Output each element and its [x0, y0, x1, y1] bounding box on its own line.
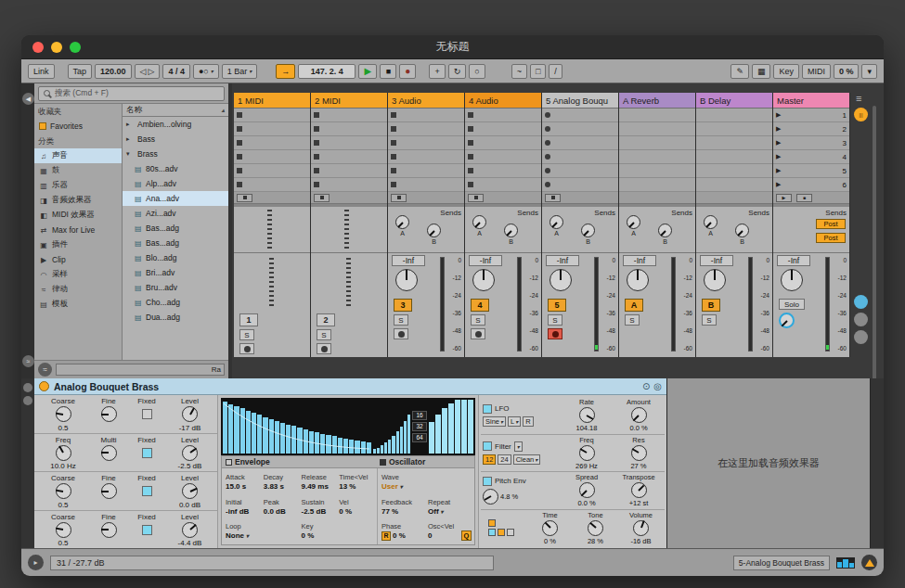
device-activator[interactable] [39, 381, 49, 391]
device-strip-icon[interactable] [23, 383, 32, 392]
io-toggle-icon[interactable] [854, 295, 868, 309]
send-a-knob[interactable] [704, 215, 718, 229]
osc-fine-knob[interactable] [101, 445, 117, 461]
track-header[interactable]: 1 MIDI [234, 93, 310, 109]
track-header[interactable]: B Delay [696, 93, 772, 109]
param-value[interactable]: -4.4 dB [178, 539, 202, 547]
quantize-button[interactable]: Q [461, 530, 472, 541]
cpu-meter[interactable]: 0 % [834, 64, 860, 79]
key-map-button[interactable]: Key [773, 64, 799, 79]
lfo-retrigger-button[interactable]: R [523, 416, 533, 427]
time-signature-display[interactable]: 4 / 4 [162, 64, 190, 79]
scene-menu-icon[interactable]: ≡ [856, 93, 861, 104]
list-item[interactable]: ▸Bass [123, 132, 228, 147]
osc-tune-knob[interactable] [56, 483, 71, 499]
attack-value[interactable]: 15.0 s [226, 482, 262, 491]
overdub-button[interactable]: + [429, 64, 445, 79]
sends-toggle-icon[interactable] [854, 313, 868, 326]
spread-value[interactable]: 0.0 % [577, 499, 595, 507]
feedback-value[interactable]: 77 % [381, 507, 426, 516]
send-b-knob[interactable] [504, 224, 518, 237]
scene-slot[interactable]: ▶4 [773, 150, 849, 164]
list-item[interactable]: ▾Brass [123, 147, 228, 161]
param-value[interactable]: -2.5 dB [178, 462, 202, 470]
list-item[interactable]: ▤80s...adv [123, 161, 228, 176]
wave-dropdown[interactable]: User▾ [381, 482, 426, 491]
clip-slot[interactable] [542, 164, 618, 178]
session-record-button[interactable]: ○ [469, 64, 485, 79]
osc-level-knob[interactable] [182, 483, 198, 499]
tone-knob[interactable] [588, 520, 603, 536]
clip-slot[interactable] [311, 150, 387, 164]
clip-slot[interactable] [465, 109, 541, 122]
oscillator-section-header[interactable]: Oscillator [376, 457, 425, 467]
folder-toggle-icon[interactable]: ▸ [126, 121, 135, 128]
name-column-header[interactable]: 名称 ▴ [123, 104, 228, 117]
spread-knob[interactable] [579, 482, 595, 498]
pan-knob[interactable] [704, 269, 726, 291]
solo-button[interactable]: S [394, 314, 408, 326]
computer-midi-keyboard-button[interactable]: ▦ [752, 64, 771, 79]
arm-button[interactable] [471, 328, 485, 339]
clip-slot[interactable] [234, 136, 310, 150]
clip-slot[interactable] [311, 164, 387, 178]
clip-stop-button[interactable] [468, 194, 484, 202]
volume-value[interactable]: -Inf [700, 255, 733, 266]
hot-swap-icon[interactable]: ⊙ [642, 381, 650, 391]
preview-icon[interactable]: ≈ [38, 363, 52, 377]
peak-value[interactable]: 0.0 dB [264, 507, 300, 516]
param-value[interactable]: 10.0 Hz [50, 462, 76, 470]
record-button[interactable]: ● [399, 64, 416, 79]
param-value[interactable]: 0.5 [58, 539, 68, 547]
time-value[interactable]: 0 % [544, 537, 556, 545]
list-item[interactable]: ▤Alp...adv [123, 176, 228, 191]
nudge-up-icon[interactable]: ▷ [148, 67, 154, 76]
preview-field[interactable]: Ra [56, 364, 225, 376]
send-b-knob[interactable] [581, 224, 595, 237]
osc-fine-knob[interactable] [101, 406, 117, 422]
arrangement-position-display[interactable]: 147. 2. 4 [298, 64, 356, 79]
osc-fine-knob[interactable] [101, 483, 117, 499]
browser-fold-icon[interactable]: ◀ [22, 93, 34, 105]
clip-stop-button[interactable] [391, 194, 407, 202]
list-item[interactable]: ▤Cho...adg [123, 295, 228, 310]
solo-button[interactable]: Solo [779, 299, 805, 310]
clip-slot[interactable] [542, 178, 618, 192]
solo-button[interactable]: S [239, 329, 254, 340]
pitch-env-value[interactable]: 4.8 % [500, 492, 518, 501]
repeat-dropdown[interactable]: Off▾ [428, 507, 472, 516]
scene-slot[interactable]: ▶2 [773, 122, 849, 136]
pan-knob[interactable] [472, 269, 495, 291]
track-header[interactable]: 5 Analog Bouqu [542, 93, 618, 109]
clip-slot[interactable] [234, 122, 310, 136]
osc-tune-knob[interactable] [56, 406, 71, 422]
initial-value[interactable]: -inf dB [226, 507, 262, 516]
pitch-env-checkbox[interactable] [483, 477, 492, 486]
list-item[interactable]: ▤Bas...adg [123, 221, 228, 236]
envelope-display[interactable]: 163264 [221, 398, 475, 455]
track-activator-button[interactable]: A [625, 299, 643, 312]
clip-slot[interactable] [311, 122, 387, 136]
pitch-env-knob[interactable] [483, 489, 498, 505]
draw-mode-button[interactable]: ~ [511, 64, 527, 79]
clip-slot[interactable] [696, 150, 772, 164]
arm-button[interactable] [239, 343, 254, 354]
filter-type-dropdown[interactable]: ▾ [514, 441, 523, 452]
sidebar-item[interactable]: ◧MIDI 效果器 [34, 208, 122, 223]
device-strip-icon[interactable] [23, 396, 32, 405]
clip-slot[interactable] [388, 178, 464, 192]
osc-level-knob[interactable] [182, 445, 198, 461]
release-value[interactable]: 9.49 ms [302, 482, 338, 491]
sidebar-item[interactable]: ◨音频效果器 [34, 193, 122, 208]
clip-slot[interactable] [696, 178, 772, 192]
filter-checkbox[interactable] [483, 441, 492, 451]
nudge-down-icon[interactable]: ◁ [140, 67, 147, 76]
track-activator-button[interactable]: 4 [471, 299, 489, 312]
clip-slot[interactable] [234, 109, 310, 122]
scene-slot[interactable]: ▶5 [773, 164, 849, 178]
clip-slot[interactable] [465, 178, 541, 192]
solo-button[interactable]: S [702, 314, 717, 326]
solo-button[interactable]: S [625, 314, 640, 326]
tempo-display[interactable]: 120.00 [95, 64, 132, 79]
clip-stop-button[interactable] [237, 194, 252, 202]
